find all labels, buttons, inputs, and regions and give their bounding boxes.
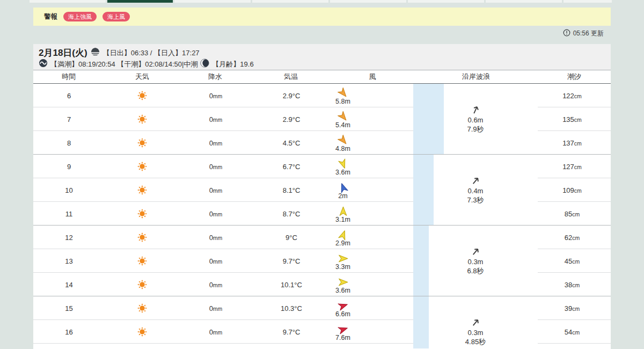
wave-direction-icon [443, 105, 508, 115]
wind-direction-icon [338, 206, 349, 217]
time-cell: 11 [33, 202, 105, 226]
tab-7[interactable] [486, 0, 562, 3]
table-row-hour-13: 130mm9.7°C3.3m45cm [33, 249, 611, 273]
tide-cell: 109cm [538, 178, 606, 202]
wind-direction-icon [338, 158, 349, 170]
date-label: 2月18日(火) [39, 47, 87, 59]
table-row-hour-16: 160mm9.7°C7.6m54cm [33, 320, 611, 344]
row-divider [33, 272, 413, 273]
tab-3[interactable] [174, 0, 251, 3]
tab-4[interactable] [252, 0, 328, 3]
temp-cell: 10.1°C [254, 273, 328, 296]
wind-cell: 3.1m [326, 202, 360, 226]
table-row-hour-10: 100mm8.1°C2m109cm [33, 178, 611, 202]
precip-cell: 0mm [181, 84, 251, 107]
wave-info: 0.3m6.8秒 [443, 246, 508, 275]
precip-cell: 0mm [181, 202, 251, 226]
row-divider [33, 201, 413, 202]
tab-8[interactable] [564, 0, 612, 3]
table-header-row: 時間 天気 降水 気温 風 沿岸波浪 潮汐 [33, 70, 611, 84]
time-cell: 10 [33, 178, 105, 202]
wind-cell: 6.6m [326, 296, 360, 320]
wind-cell: 4.8m [326, 131, 360, 155]
group-divider [33, 154, 611, 155]
wave-info: 0.4m7.3秒 [443, 176, 508, 205]
table-row-hour-8: 80mm4.5°C4.8m137cm [33, 131, 611, 155]
weather-sunny-icon [105, 84, 180, 107]
table-row-hour-11: 110mm8.7°C3.1m85cm [33, 202, 611, 226]
time-cell: 7 [33, 107, 105, 131]
wind-cell: 3.6m [326, 273, 360, 296]
tab-5[interactable] [330, 0, 406, 3]
warning-badge-sea-wind[interactable]: 海上風 [103, 12, 130, 21]
tide-cell: 39cm [538, 296, 606, 320]
wind-direction-icon [338, 324, 349, 335]
wind-direction-icon [338, 277, 349, 288]
weather-sunny-icon [105, 296, 180, 320]
row-divider [33, 319, 413, 320]
wind-cell: 5.8m [326, 84, 360, 107]
update-time: 05:56 更新 [573, 29, 604, 38]
temp-cell: 9.7°C [254, 249, 328, 273]
temp-cell: 6.7°C [254, 155, 328, 178]
tab-6[interactable] [408, 0, 484, 3]
tide-cell: 38cm [538, 273, 606, 296]
row-divider [33, 130, 413, 131]
wave-info: 0.3m4.85秒 [443, 317, 508, 346]
temp-cell: 2.9°C [254, 84, 328, 107]
weather-sunny-icon [105, 273, 180, 296]
tide-cell: 135cm [538, 107, 606, 131]
precip-cell: 0mm [181, 226, 251, 249]
temp-cell: 8.7°C [254, 202, 328, 226]
info-icon [563, 29, 570, 38]
row-divider [33, 178, 413, 178]
moon-age: 【月齢】19.6 [212, 60, 253, 69]
wind-direction-icon [338, 182, 349, 193]
wind-direction-icon [338, 253, 349, 264]
row-divider [538, 249, 611, 249]
temp-cell: 8.1°C [254, 178, 328, 202]
weather-sunny-icon [105, 131, 180, 155]
wind-cell: 7.6m [326, 320, 360, 344]
warning-badge-sea-gale[interactable]: 海上強風 [63, 12, 97, 21]
precip-cell: 0mm [181, 107, 251, 131]
group-divider [33, 296, 611, 296]
col-header-tide: 潮汐 [542, 70, 606, 83]
weather-page: 警報 海上強風 海上風 05:56 更新 2月18日(火) 【日出】06:33 … [0, 0, 644, 349]
temp-cell: 4.5°C [254, 131, 328, 155]
tab-1[interactable] [30, 0, 106, 3]
weather-sunny-icon [105, 202, 180, 226]
wind-cell: 5.4m [326, 107, 360, 131]
time-cell: 16 [33, 320, 105, 344]
wind-direction-icon [338, 88, 349, 99]
col-header-time: 時間 [36, 70, 101, 83]
row-divider [33, 249, 413, 249]
col-header-precip: 降水 [183, 70, 247, 83]
forecast-panel: 2月18日(火) 【日出】06:33 / 【日入】17:27 【満潮】08:19… [33, 44, 611, 349]
tab-2-active[interactable] [107, 0, 173, 3]
tide-cell: 127cm [538, 155, 606, 178]
alert-label: 警報 [44, 12, 57, 21]
wind-direction-icon [338, 229, 349, 241]
col-header-weather: 天気 [110, 70, 174, 83]
row-divider [538, 107, 611, 107]
table-row-hour-9: 90mm6.7°C3.6m127cm [33, 155, 611, 178]
table-body: 0.6m7.9秒0.4m7.3秒0.3m6.8秒0.3m4.85秒60mm2.9… [33, 84, 611, 348]
table-row-hour-7: 70mm2.9°C5.4m135cm [33, 107, 611, 131]
temp-cell: 9.7°C [254, 320, 328, 344]
wind-direction-icon [338, 111, 349, 122]
group-divider [33, 225, 611, 226]
col-header-waves: 沿岸波浪 [444, 70, 508, 83]
tide-cell: 85cm [538, 202, 606, 226]
time-cell: 8 [33, 131, 105, 155]
time-cell: 6 [33, 84, 105, 107]
sunrise-icon [91, 47, 100, 59]
table-row-hour-6: 60mm2.9°C5.8m122cm [33, 84, 611, 107]
tide-times: 【満潮】08:19/20:54 【干潮】02:08/14:50|中潮 [50, 60, 197, 69]
wind-direction-icon [338, 300, 349, 311]
wave-period: 7.9秒 [443, 125, 508, 134]
wind-cell: 3.3m [326, 249, 360, 273]
weather-sunny-icon [105, 226, 180, 249]
row-divider [538, 130, 611, 131]
temp-cell: 10.3°C [254, 296, 328, 320]
